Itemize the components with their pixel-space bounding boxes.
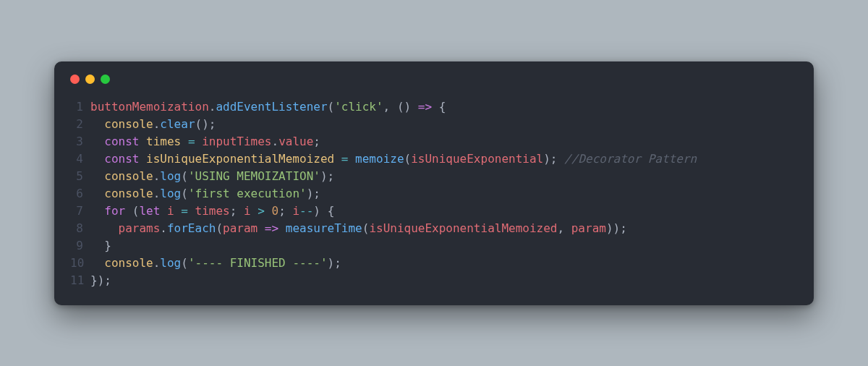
- code-token: [90, 256, 104, 270]
- code-token: (: [216, 221, 223, 235]
- line-content: }: [90, 237, 111, 255]
- code-token: [258, 221, 265, 235]
- code-token: const: [104, 135, 139, 148]
- code-token: buttonMemoization: [90, 100, 209, 114]
- code-token: [334, 152, 341, 166]
- line-number: 8: [70, 220, 90, 237]
- code-token: );: [307, 187, 320, 200]
- line-content: console.clear();: [90, 116, 216, 133]
- close-icon[interactable]: [70, 75, 80, 84]
- code-token: .: [209, 100, 216, 114]
- line-content: });: [90, 272, 111, 289]
- line-content: const times = inputTimes.value;: [90, 133, 320, 150]
- code-token: times: [195, 204, 230, 218]
- code-token: .: [153, 256, 161, 270]
- code-token: param: [223, 221, 258, 235]
- code-token: i: [292, 204, 299, 218]
- code-token: =: [341, 152, 349, 166]
- code-token: ;: [278, 204, 292, 218]
- code-token: forEach: [167, 221, 216, 235]
- line-content: const isUniqueExponentialMemoized = memo…: [90, 150, 697, 168]
- code-token: [188, 204, 195, 218]
- code-token: (: [181, 256, 188, 270]
- code-token: times: [146, 135, 181, 148]
- code-token: .: [153, 169, 161, 183]
- code-token: i: [167, 204, 174, 218]
- code-token: console: [104, 187, 153, 200]
- code-token: clear: [160, 117, 195, 131]
- window-titlebar: [70, 75, 798, 84]
- code-token: value: [278, 135, 313, 148]
- code-window: 1buttonMemoization.addEventListener('cli…: [54, 61, 814, 305]
- code-line: 8 params.forEach(param => measureTime(is…: [70, 220, 798, 237]
- code-line: 1buttonMemoization.addEventListener('cli…: [70, 98, 798, 116]
- code-token: log: [160, 187, 181, 200]
- zoom-icon[interactable]: [101, 75, 110, 84]
- line-number: 11: [70, 272, 90, 289]
- code-token: ,: [557, 221, 571, 235]
- code-token: log: [160, 169, 181, 183]
- code-token: [90, 221, 119, 235]
- code-token: [174, 204, 182, 218]
- code-line: 7 for (let i = times; i > 0; i--) {: [70, 203, 798, 220]
- code-token: ) {: [313, 204, 334, 218]
- code-token: measureTime: [286, 221, 362, 235]
- line-content: console.log('first execution');: [90, 185, 320, 203]
- code-token: , (): [383, 100, 418, 114]
- code-token: [90, 169, 104, 183]
- code-token: );: [328, 256, 341, 270]
- code-token: 'first execution': [188, 187, 307, 200]
- code-token: [251, 204, 258, 218]
- line-number: 10: [70, 255, 90, 272]
- code-token: 'click': [334, 100, 383, 114]
- code-token: isUniqueExponentialMemoized: [146, 152, 334, 166]
- code-token: [90, 152, 104, 166]
- code-token: [195, 135, 203, 148]
- minimize-icon[interactable]: [85, 75, 95, 84]
- code-token: (: [181, 187, 188, 200]
- line-number: 2: [70, 116, 90, 133]
- code-token: param: [571, 221, 606, 235]
- code-token: [139, 135, 146, 148]
- code-token: .: [160, 221, 167, 235]
- code-block: 1buttonMemoization.addEventListener('cli…: [70, 98, 798, 289]
- code-token: =: [188, 135, 195, 148]
- code-token: =: [181, 204, 188, 218]
- line-number: 4: [70, 150, 90, 168]
- line-number: 9: [70, 237, 90, 255]
- code-token: =>: [265, 221, 278, 235]
- code-token: (: [328, 100, 335, 114]
- line-number: 7: [70, 203, 90, 220]
- line-content: console.log('---- FINISHED ----');: [90, 255, 341, 272]
- code-token: [90, 117, 104, 131]
- code-token: 'USING MEMOIZATION': [188, 169, 320, 183]
- code-line: 11});: [70, 272, 798, 289]
- code-token: );: [543, 152, 564, 166]
- code-token: ;: [230, 204, 244, 218]
- line-content: for (let i = times; i > 0; i--) {: [90, 203, 334, 220]
- code-token: ));: [606, 221, 627, 235]
- code-token: (: [125, 204, 139, 218]
- code-token: i: [244, 204, 251, 218]
- code-token: >: [258, 204, 265, 218]
- code-token: ;: [313, 135, 320, 148]
- line-number: 1: [70, 98, 90, 116]
- code-token: );: [320, 169, 334, 183]
- line-content: buttonMemoization.addEventListener('clic…: [90, 98, 446, 116]
- code-token: [90, 187, 104, 200]
- code-token: [265, 204, 272, 218]
- line-content: params.forEach(param => measureTime(isUn…: [90, 220, 627, 237]
- code-line: 2 console.clear();: [70, 116, 798, 133]
- code-token: memoize: [355, 152, 404, 166]
- code-token: --: [299, 204, 313, 218]
- code-token: .: [153, 187, 161, 200]
- code-token: {: [432, 100, 446, 114]
- code-line: 9 }: [70, 237, 798, 255]
- code-line: 10 console.log('---- FINISHED ----');: [70, 255, 798, 272]
- code-token: [90, 204, 104, 218]
- code-token: (: [404, 152, 412, 166]
- code-token: 0: [272, 204, 279, 218]
- code-line: 5 console.log('USING MEMOIZATION');: [70, 168, 798, 185]
- line-content: console.log('USING MEMOIZATION');: [90, 168, 334, 185]
- code-token: (: [181, 169, 188, 183]
